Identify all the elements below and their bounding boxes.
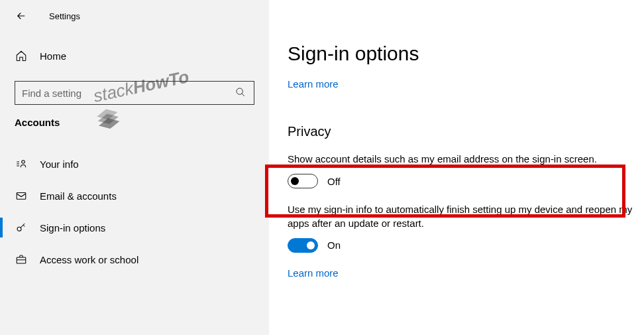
sidebar-item-sign-in-options[interactable]: Sign-in options <box>0 212 269 243</box>
sidebar-item-label: Sign-in options <box>40 222 105 234</box>
sidebar-item-label: Email & accounts <box>40 190 117 202</box>
toggle-knob <box>291 177 299 185</box>
setting-use-signin-info: Use my sign-in info to automatically fin… <box>288 203 637 253</box>
privacy-heading: Privacy <box>288 124 637 139</box>
key-icon <box>15 221 28 234</box>
back-button[interactable] <box>9 4 33 28</box>
toggle-state-label: On <box>327 239 341 251</box>
search-box[interactable] <box>15 81 254 105</box>
briefcase-icon <box>15 253 28 266</box>
sidebar-item-access-work-school[interactable]: Access work or school <box>0 243 269 275</box>
learn-more-link[interactable]: Learn more <box>288 78 637 90</box>
svg-point-3 <box>17 227 21 231</box>
svg-point-0 <box>237 88 242 94</box>
sidebar-item-label: Your info <box>40 159 79 170</box>
setting-show-account-details: Show account details such as my email ad… <box>288 153 637 188</box>
toggle-knob <box>307 241 315 249</box>
setting-description: Show account details such as my email ad… <box>288 153 637 166</box>
toggle-use-signin-info[interactable] <box>288 238 318 253</box>
svg-point-1 <box>22 161 25 164</box>
toggle-row: Off <box>288 174 637 188</box>
header-bar: Settings <box>0 0 269 32</box>
sidebar-item-label: Access work or school <box>40 254 138 265</box>
mail-icon <box>15 189 28 202</box>
user-icon <box>15 157 28 170</box>
svg-rect-4 <box>17 257 26 263</box>
learn-more-link-privacy[interactable]: Learn more <box>288 267 637 279</box>
toggle-show-account-details[interactable] <box>288 174 318 188</box>
search-icon <box>235 87 247 99</box>
sidebar: Settings Home Accounts Your info Email &… <box>0 0 269 335</box>
search-input[interactable] <box>22 88 235 99</box>
sidebar-item-email-accounts[interactable]: Email & accounts <box>0 180 269 212</box>
setting-description: Use my sign-in info to automatically fin… <box>288 203 637 230</box>
back-arrow-icon <box>15 10 27 22</box>
nav-home[interactable]: Home <box>0 40 269 72</box>
settings-title: Settings <box>49 11 80 21</box>
svg-rect-2 <box>17 193 26 200</box>
search-container <box>0 81 269 105</box>
sidebar-item-your-info[interactable]: Your info <box>0 148 269 180</box>
category-label: Accounts <box>0 117 269 128</box>
nav-home-label: Home <box>40 50 66 62</box>
toggle-row: On <box>288 238 637 253</box>
page-title: Sign-in options <box>288 42 637 65</box>
toggle-state-label: Off <box>327 176 341 187</box>
home-icon <box>15 49 28 62</box>
main-content: Sign-in options Learn more Privacy Show … <box>269 0 644 335</box>
